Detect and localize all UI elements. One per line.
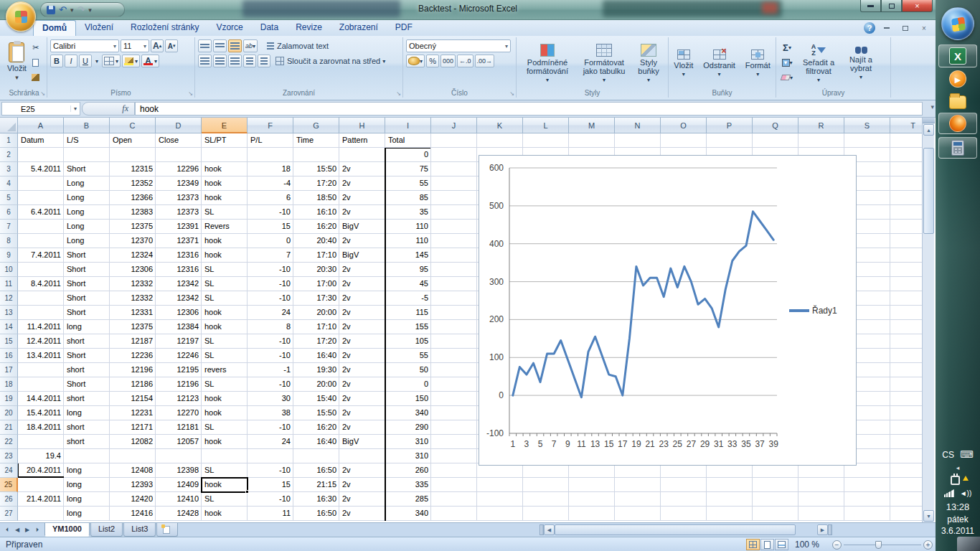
cell-G9[interactable]: 17:10 <box>293 248 339 263</box>
cell-E27[interactable]: hook <box>202 507 248 521</box>
cell-B19[interactable]: short <box>64 392 110 406</box>
cell-F16[interactable]: -10 <box>248 349 293 363</box>
row-header-15[interactable]: 15 <box>0 334 18 349</box>
cell-A11[interactable]: 8.4.2011 <box>18 277 64 291</box>
cell-D5[interactable]: 12373 <box>156 191 202 205</box>
format-cells-button[interactable]: Formát ▾ <box>743 39 773 88</box>
cell-C7[interactable]: 12375 <box>110 220 156 234</box>
workbook-close-button[interactable]: × <box>917 23 931 33</box>
cell-I20[interactable]: 340 <box>385 406 431 420</box>
column-header-I[interactable]: I <box>385 118 431 133</box>
cell-D24[interactable]: 12398 <box>156 463 202 478</box>
cell-D8[interactable]: 12371 <box>156 234 202 248</box>
cell-H26[interactable]: 2v <box>339 492 385 507</box>
cell-C17[interactable]: 12196 <box>110 363 156 377</box>
cell-A3[interactable]: 5.4.2011 <box>18 162 64 176</box>
cell-I8[interactable]: 110 <box>385 234 431 248</box>
cell-B6[interactable]: Long <box>64 205 110 220</box>
cell-E19[interactable]: hook <box>202 392 248 406</box>
cell-F4[interactable]: -4 <box>248 176 293 191</box>
cell-C11[interactable]: 12332 <box>110 277 156 291</box>
align-top-button[interactable] <box>198 39 212 52</box>
cell-F20[interactable]: 38 <box>248 406 293 420</box>
cell-F24[interactable]: -10 <box>248 463 293 478</box>
column-header-N[interactable]: N <box>615 118 661 133</box>
cell-E12[interactable]: SL <box>202 291 248 306</box>
cell-I16[interactable]: 55 <box>385 349 431 363</box>
cell-I11[interactable]: 45 <box>385 277 431 291</box>
cell-I4[interactable]: 55 <box>385 176 431 191</box>
cell-E6[interactable]: SL <box>202 205 248 220</box>
ribbon-tab-rozložení-stránky[interactable]: Rozložení stránky <box>122 20 207 36</box>
qat-customize-icon[interactable]: ▾ <box>88 6 92 14</box>
cell-D27[interactable]: 12428 <box>156 507 202 521</box>
column-header-P[interactable]: P <box>707 118 753 133</box>
row-header-23[interactable]: 23 <box>0 449 18 463</box>
cell-C12[interactable]: 12332 <box>110 291 156 306</box>
cell-H22[interactable]: BigV <box>339 435 385 449</box>
formula-input[interactable]: hook <box>135 102 923 116</box>
show-desktop-button[interactable] <box>957 537 980 551</box>
scroll-left-icon[interactable]: ◀ <box>544 524 555 535</box>
column-header-D[interactable]: D <box>156 118 202 133</box>
cell-D20[interactable]: 12270 <box>156 406 202 420</box>
cell-D17[interactable]: 12195 <box>156 363 202 377</box>
find-select-button[interactable]: Najít a vybrat ▾ <box>842 39 880 88</box>
increase-indent-button[interactable] <box>258 55 270 67</box>
cell-D11[interactable]: 12342 <box>156 277 202 291</box>
cell-I10[interactable]: 95 <box>385 263 431 277</box>
clipboard-dialog-launcher[interactable]: ↘ <box>40 90 45 97</box>
row-header-17[interactable]: 17 <box>0 363 18 377</box>
cell-G8[interactable]: 20:40 <box>293 234 339 248</box>
cell-B9[interactable]: Short <box>64 248 110 263</box>
cell-G12[interactable]: 17:30 <box>293 291 339 306</box>
cell-F1[interactable]: P/L <box>248 133 293 148</box>
cell-E1[interactable]: SL/PT <box>202 133 248 148</box>
column-header-Q[interactable]: Q <box>753 118 798 133</box>
row-header-10[interactable]: 10 <box>0 263 18 277</box>
cell-E5[interactable]: hook <box>202 191 248 205</box>
save-icon[interactable] <box>47 6 55 14</box>
column-header-M[interactable]: M <box>569 118 615 133</box>
cell-E21[interactable]: SL <box>202 420 248 435</box>
cell-B11[interactable]: Short <box>64 277 110 291</box>
office-button[interactable] <box>6 1 36 32</box>
decrease-indent-button[interactable] <box>243 55 256 67</box>
cell-B15[interactable]: short <box>64 334 110 349</box>
cell-H25[interactable]: 2v <box>339 478 385 492</box>
cell-I9[interactable]: 145 <box>385 248 431 263</box>
cell-G10[interactable]: 20:30 <box>293 263 339 277</box>
ribbon-tab-vzorce[interactable]: Vzorce <box>207 20 251 36</box>
cell-C20[interactable]: 12231 <box>110 406 156 420</box>
cell-I22[interactable]: 310 <box>385 435 431 449</box>
cell-I7[interactable]: 110 <box>385 220 431 234</box>
cell-G17[interactable]: 19:30 <box>293 363 339 377</box>
cell-E17[interactable]: revers <box>202 363 248 377</box>
cell-I13[interactable]: 115 <box>385 306 431 320</box>
row-header-3[interactable]: 3 <box>0 162 18 176</box>
prev-sheet-icon[interactable]: ◀ <box>13 527 22 533</box>
cell-D26[interactable]: 12410 <box>156 492 202 507</box>
cell-C21[interactable]: 12171 <box>110 420 156 435</box>
cell-H27[interactable]: 2v <box>339 507 385 521</box>
alignment-dialog-launcher[interactable]: ↘ <box>396 90 401 97</box>
cell-C27[interactable]: 12416 <box>110 507 156 521</box>
cell-A23[interactable]: 19.4 <box>18 449 64 463</box>
ribbon-tab-data[interactable]: Data <box>252 20 287 36</box>
cell-H18[interactable]: 2v <box>339 377 385 392</box>
cell-I17[interactable]: 50 <box>385 363 431 377</box>
cell-H12[interactable]: 2v <box>339 291 385 306</box>
conditional-formatting-button[interactable]: Podmíněné formátování ▾ <box>519 39 575 88</box>
cell-C24[interactable]: 12408 <box>110 463 156 478</box>
name-box[interactable]: E25 ▾ <box>1 102 80 116</box>
row-header-7[interactable]: 7 <box>0 220 18 234</box>
ribbon-tab-zobrazení[interactable]: Zobrazení <box>331 20 387 36</box>
row-header-16[interactable]: 16 <box>0 349 18 363</box>
merge-center-button[interactable]: Sloučit a zarovnat na střed ▾ <box>273 55 387 67</box>
sheet-tab-list3[interactable]: List3 <box>123 523 156 537</box>
cell-styles-button[interactable]: Styly buňky ▾ <box>633 39 664 88</box>
cell-E7[interactable]: Revers <box>202 220 248 234</box>
cell-C18[interactable]: 12186 <box>110 377 156 392</box>
cell-E24[interactable]: SL <box>202 463 248 478</box>
cell-D21[interactable]: 12181 <box>156 420 202 435</box>
